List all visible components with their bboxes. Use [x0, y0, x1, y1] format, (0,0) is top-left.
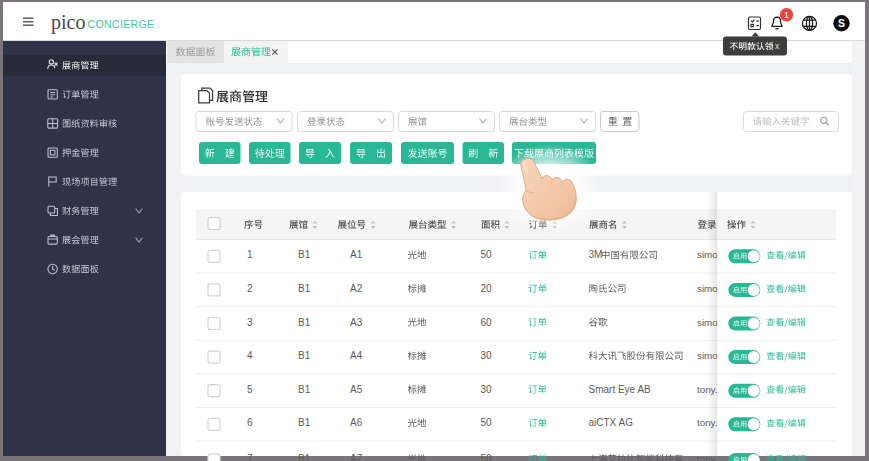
svg-text:pico: pico [51, 11, 85, 34]
svg-text:1: 1 [247, 249, 253, 260]
svg-text:50: 50 [481, 417, 493, 428]
svg-text:A7: A7 [350, 453, 363, 461]
svg-text:2: 2 [247, 283, 253, 294]
svg-text:20: 20 [481, 283, 493, 294]
svg-text:50: 50 [481, 249, 493, 260]
svg-text:6: 6 [247, 417, 253, 428]
svg-text:1: 1 [784, 10, 789, 20]
svg-text:A2: A2 [350, 283, 363, 294]
svg-text:60: 60 [481, 317, 493, 328]
svg-text:A3: A3 [350, 317, 363, 328]
svg-text:B1: B1 [298, 283, 311, 294]
svg-text:A4: A4 [350, 350, 363, 361]
svg-text:Smart Eye AB: Smart Eye AB [589, 384, 652, 395]
svg-text:B1: B1 [298, 317, 311, 328]
svg-text:5: 5 [247, 384, 253, 395]
svg-text:A6: A6 [350, 417, 363, 428]
svg-text:A1: A1 [350, 249, 363, 260]
svg-text:4: 4 [247, 350, 253, 361]
svg-text:B1: B1 [298, 249, 311, 260]
svg-text:7: 7 [247, 453, 253, 461]
svg-text:30: 30 [481, 350, 493, 361]
svg-text:CONCIERGE: CONCIERGE [88, 18, 155, 30]
svg-text:S: S [838, 17, 845, 29]
svg-text:3: 3 [247, 317, 253, 328]
svg-text:B1: B1 [298, 350, 311, 361]
svg-text:aiCTX AG: aiCTX AG [589, 417, 634, 428]
svg-text:B1: B1 [298, 384, 311, 395]
svg-text:50: 50 [481, 453, 493, 461]
svg-text:3M: 3M [589, 249, 603, 260]
svg-text:A5: A5 [350, 384, 363, 395]
svg-text:30: 30 [481, 384, 493, 395]
svg-text:B1: B1 [298, 417, 311, 428]
svg-text:B1: B1 [298, 453, 311, 461]
